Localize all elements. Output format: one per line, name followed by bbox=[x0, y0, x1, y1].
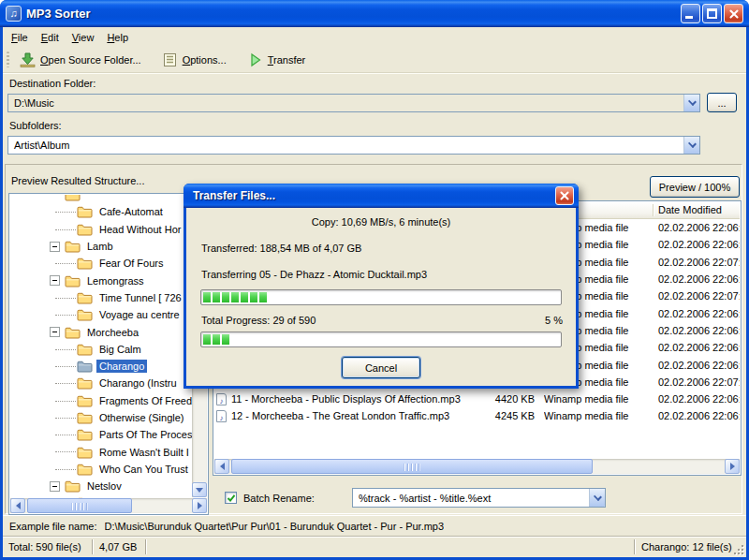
dialog-body: Copy: 10,69 MB/s, 6 minute(s) Transferre… bbox=[186, 208, 576, 386]
tree-item[interactable]: Fear Of Fours bbox=[10, 255, 192, 272]
collapse-icon[interactable] bbox=[50, 481, 60, 492]
tree-item-label: Rome Wasn't Built I bbox=[96, 446, 192, 459]
batch-rename-pattern: %track - %artist - %title.%ext bbox=[353, 493, 589, 504]
thumb-grip-icon bbox=[404, 464, 420, 471]
preview-100-button[interactable]: Preview / 100% bbox=[650, 176, 740, 198]
cancel-button[interactable]: Cancel bbox=[342, 357, 420, 378]
destination-dropdown-button[interactable] bbox=[683, 95, 699, 111]
folder-icon bbox=[77, 308, 93, 321]
file-row[interactable]: ♪ 11 - Morcheeba - Public Displays Of Af… bbox=[214, 391, 740, 407]
tree-item[interactable] bbox=[10, 195, 192, 203]
preview-panel-title: Preview Resulted Structure... bbox=[11, 175, 144, 186]
tree-item-label: Otherwise (Single) bbox=[96, 411, 186, 424]
scroll-right-button[interactable] bbox=[725, 459, 740, 474]
column-separator[interactable] bbox=[653, 204, 654, 216]
tree-item[interactable]: Lemongrass bbox=[10, 272, 192, 288]
batch-rename-dropdown-button[interactable] bbox=[589, 489, 605, 507]
folder-icon bbox=[77, 394, 93, 407]
tree-horizontal-scrollbar[interactable] bbox=[10, 498, 207, 513]
maximize-button[interactable] bbox=[702, 4, 722, 23]
tree-item-label: Lemongrass bbox=[84, 274, 147, 287]
tree-item[interactable]: Fragments Of Freed bbox=[10, 392, 192, 409]
browse-button[interactable]: ... bbox=[707, 93, 737, 112]
folder-icon bbox=[65, 326, 81, 339]
open-source-folder-button[interactable]: Open Source Folder... bbox=[16, 51, 145, 69]
dialog-title: Transfer Files... bbox=[193, 189, 555, 202]
tree-item[interactable]: Rome Wasn't Built I bbox=[10, 443, 192, 460]
scroll-left-button[interactable] bbox=[214, 459, 229, 474]
menu-edit[interactable]: Edit bbox=[35, 30, 66, 45]
chevron-down-icon bbox=[688, 140, 697, 148]
tree-item-label: Big Calm bbox=[96, 343, 144, 356]
status-total-size: 4,07 GB bbox=[94, 541, 145, 553]
collapse-icon[interactable] bbox=[50, 242, 60, 252]
subfolders-label: Subfolders: bbox=[9, 120, 62, 131]
tree-item[interactable]: Netslov bbox=[10, 478, 192, 494]
open-folder-import-icon bbox=[20, 52, 36, 67]
tree-item-label: Voyage au centre bbox=[96, 308, 183, 321]
tree-item[interactable]: Big Calm bbox=[10, 341, 192, 358]
folder-icon bbox=[77, 463, 93, 476]
options-button[interactable]: Options... bbox=[158, 51, 230, 69]
batch-rename-combo[interactable]: %track - %artist - %title.%ext bbox=[352, 488, 606, 508]
toolbar-gripper[interactable] bbox=[7, 52, 9, 67]
maximize-icon bbox=[707, 8, 717, 19]
list-hscroll-thumb[interactable] bbox=[231, 459, 593, 474]
folder-icon bbox=[77, 343, 93, 356]
folder-icon bbox=[77, 291, 93, 304]
statusbar-separator bbox=[145, 539, 147, 554]
file-date: 02.02.2006 22:06:40 bbox=[658, 393, 740, 405]
transfer-files-dialog: Transfer Files... Copy: 10,69 MB/s, 6 mi… bbox=[184, 184, 579, 389]
total-progress-percent: 5 % bbox=[545, 315, 563, 326]
total-progress-bar bbox=[200, 332, 562, 347]
toolbar: Open Source Folder... Options... Transfe… bbox=[3, 47, 746, 72]
tree-item-label: Netslov bbox=[84, 479, 125, 493]
tree-hscroll-thumb[interactable] bbox=[27, 498, 132, 513]
tree-item[interactable]: Who Can You Trust bbox=[10, 461, 192, 478]
file-date: 02.02.2006 22:06:18 bbox=[658, 325, 740, 336]
status-selection: Charango: 12 file(s) bbox=[636, 541, 746, 553]
tree-item[interactable]: Otherwise (Single) bbox=[10, 409, 192, 426]
menu-view[interactable]: View bbox=[66, 30, 101, 45]
minimize-button[interactable] bbox=[681, 4, 700, 23]
batch-rename-checkbox[interactable] bbox=[225, 492, 237, 504]
dialog-close-button[interactable] bbox=[555, 186, 574, 205]
thumb-grip-icon bbox=[72, 503, 88, 510]
example-file-row: Example file name: D:\Music\Burunduk Qua… bbox=[3, 515, 746, 536]
arrow-right-icon bbox=[198, 502, 206, 509]
menu-bar: File Edit View Help bbox=[3, 27, 746, 47]
column-header-date-modified[interactable]: Date Modified bbox=[658, 204, 722, 215]
collapse-icon[interactable] bbox=[50, 327, 60, 337]
arrow-right-icon bbox=[730, 463, 739, 470]
options-list-icon bbox=[162, 52, 178, 67]
status-total-files: Total: 590 file(s) bbox=[3, 541, 92, 553]
tree-item[interactable]: Charango (Instru bbox=[10, 375, 192, 391]
scroll-down-button[interactable] bbox=[192, 482, 207, 497]
subfolders-dropdown-button[interactable] bbox=[683, 137, 699, 154]
destination-folder-combo[interactable]: D:\Music bbox=[7, 94, 700, 112]
folder-icon bbox=[65, 274, 81, 287]
subfolders-combo[interactable]: Artist\Album bbox=[7, 136, 700, 155]
close-button[interactable] bbox=[724, 4, 743, 23]
dialog-title-bar[interactable]: Transfer Files... bbox=[184, 184, 579, 208]
transfer-button[interactable]: Transfer bbox=[243, 51, 310, 69]
folder-icon bbox=[77, 223, 93, 236]
tree-item[interactable]: Cafe-Automat bbox=[10, 203, 192, 220]
title-bar[interactable]: ♫ MP3 Sorter bbox=[0, 0, 749, 27]
collapse-icon[interactable] bbox=[50, 275, 60, 286]
tree-item[interactable]: Head Without Hor bbox=[10, 221, 192, 238]
list-horizontal-scrollbar[interactable] bbox=[214, 459, 740, 474]
scroll-left-button[interactable] bbox=[10, 498, 25, 513]
tree-item[interactable]: Charango bbox=[10, 358, 192, 375]
tree-item[interactable]: Time Tunnel [ 726 bbox=[10, 289, 192, 306]
menu-help[interactable]: Help bbox=[100, 30, 135, 45]
file-row[interactable]: ♪ 12 - Morcheeba - The Great London Traf… bbox=[214, 407, 740, 424]
tree-item[interactable]: Morcheeba bbox=[10, 323, 192, 340]
resize-grip[interactable] bbox=[732, 543, 744, 555]
scroll-right-button[interactable] bbox=[192, 498, 207, 513]
menu-file[interactable]: File bbox=[5, 30, 35, 45]
chevron-down-icon bbox=[688, 97, 697, 106]
tree-item[interactable]: Parts Of The Proces bbox=[10, 426, 192, 443]
tree-item[interactable]: Lamb bbox=[10, 238, 192, 255]
tree-item[interactable]: Voyage au centre bbox=[10, 306, 192, 323]
